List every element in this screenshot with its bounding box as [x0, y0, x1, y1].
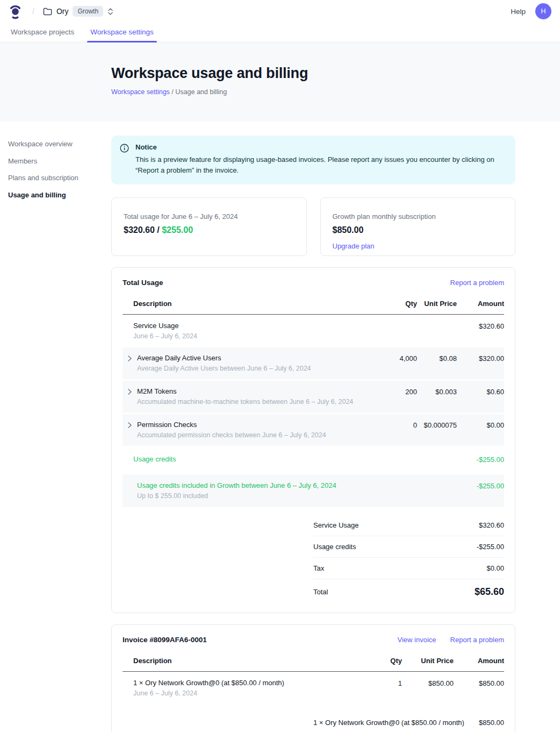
ory-logo-icon[interactable] — [9, 3, 23, 19]
line-item-amount: $320.00 — [457, 354, 504, 363]
credits-detail-title: Usage credits included in Growth between… — [137, 481, 457, 489]
summary-label: 1 × Ory Network Growth@0 (at $850.00 / m… — [313, 719, 464, 727]
line-item-title: Average Daily Active Users — [137, 354, 311, 362]
tab-workspace-settings[interactable]: Workspace settings — [89, 23, 155, 42]
workspace-name: Ory — [56, 7, 69, 16]
row-amount: $320.60 — [457, 322, 504, 330]
total-value: $65.60 — [475, 586, 504, 598]
summary-label: Tax — [313, 564, 324, 572]
report-problem-link[interactable]: Report a problem — [450, 279, 504, 287]
page-title: Workspace usage and billing — [111, 65, 560, 82]
total-usage-label: Total usage for June 6 – July 6, 2024 — [124, 212, 295, 221]
line-item-m2m-tokens[interactable]: M2M Tokens Accumulated machine-to-machin… — [123, 381, 504, 413]
breadcrumb-settings-link[interactable]: Workspace settings — [111, 88, 170, 96]
col-qty: Qty — [365, 300, 417, 308]
credits-amount: -$255.00 — [457, 455, 504, 464]
col-description: Description — [123, 657, 375, 665]
chevron-right-icon — [127, 388, 132, 406]
total-usage-value: $320.60 / $255.00 — [124, 225, 295, 235]
sidebar-item-workspace-overview[interactable]: Workspace overview — [8, 137, 106, 147]
usage-card-title: Total Usage — [123, 279, 163, 287]
subscription-label: Growth plan monthly subscription — [333, 212, 504, 221]
col-description: Description — [123, 300, 365, 308]
sidebar-item-plans-subscription[interactable]: Plans and subscription — [8, 171, 106, 181]
help-link[interactable]: Help — [511, 8, 526, 16]
row-subtitle: June 6 – July 6, 2024 — [133, 332, 365, 340]
line-item-subtitle: Accumulated machine-to-machine tokens be… — [137, 398, 353, 406]
invoice-card: Invoice #8099AFA6-0001 View invoice Repo… — [111, 624, 515, 732]
summary-value: -$255.00 — [477, 543, 504, 551]
line-item-unit-price: $0.003 — [417, 387, 457, 396]
row-title: Service Usage — [133, 322, 365, 330]
col-unit-price: Unit Price — [417, 300, 457, 308]
upgrade-plan-link[interactable]: Upgrade plan — [333, 242, 375, 250]
col-amount: Amount — [457, 300, 504, 308]
total-usage-card: Total usage for June 6 – July 6, 2024 $3… — [111, 197, 307, 256]
info-icon — [120, 144, 129, 176]
usage-credits-detail-row: Usage credits included in Growth between… — [123, 474, 504, 507]
subscription-amount: $850.00 — [333, 225, 504, 235]
folder-icon — [43, 8, 52, 16]
table-header: Description Qty Unit Price Amount — [123, 649, 504, 672]
row-subtitle: June 6 – July 6, 2024 — [133, 690, 375, 697]
summary-value: $0.00 — [486, 564, 504, 572]
settings-sidebar: Workspace overview Members Plans and sub… — [0, 122, 111, 732]
row-unit-price: $850.00 — [402, 679, 454, 687]
breadcrumb-separator: / — [32, 7, 34, 16]
page-header: Workspace usage and billing Workspace se… — [0, 42, 560, 122]
line-item-permission-checks[interactable]: Permission Checks Accumulated permission… — [123, 414, 504, 446]
notice-title: Notice — [135, 143, 505, 151]
row-qty: 1 — [375, 679, 402, 687]
report-problem-link[interactable]: Report a problem — [450, 636, 504, 644]
credits-detail-amount: -$255.00 — [457, 481, 504, 490]
sidebar-item-members[interactable]: Members — [8, 154, 106, 165]
subscription-card: Growth plan monthly subscription $850.00… — [320, 197, 516, 256]
total-label: Total — [313, 588, 328, 596]
line-item-amount: $0.00 — [457, 421, 504, 429]
line-item-qty: 0 — [365, 421, 417, 429]
row-amount: $850.00 — [454, 679, 504, 687]
invoice-card-title: Invoice #8099AFA6-0001 — [123, 636, 207, 644]
invoice-summary: 1 × Ory Network Growth@0 (at $850.00 / m… — [313, 712, 504, 732]
usage-summary: Service Usage$320.60 Usage credits-$255.… — [313, 515, 504, 600]
col-unit-price: Unit Price — [402, 657, 454, 665]
credits-title: Usage credits — [123, 455, 457, 463]
sidebar-item-usage-billing[interactable]: Usage and billing — [8, 188, 106, 198]
usage-invoice-card: Total Usage Report a problem Description… — [111, 267, 515, 613]
tab-workspace-projects[interactable]: Workspace projects — [10, 23, 75, 42]
breadcrumb-current: / Usage and billing — [170, 88, 227, 96]
chevron-right-icon — [127, 355, 132, 372]
line-item-unit-price: $0.08 — [417, 354, 457, 363]
usage-credits-row: Usage credits -$255.00 — [123, 447, 504, 472]
invoice-line-row: 1 × Ory Network Growth@0 (at $850.00 / m… — [123, 672, 504, 705]
line-item-adau[interactable]: Average Daily Active Users Average Daily… — [123, 347, 504, 379]
line-item-unit-price: $0.000075 — [417, 421, 457, 429]
summary-label: Usage credits — [313, 543, 356, 551]
usage-amount: $320.60 — [124, 225, 155, 234]
top-bar: / Ory Growth Help H — [0, 0, 560, 23]
notice-banner: Notice This is a preview feature for dis… — [111, 136, 515, 184]
summary-label: Service Usage — [313, 521, 359, 529]
row-title: 1 × Ory Network Growth@0 (at $850.00 / m… — [133, 679, 375, 687]
user-avatar[interactable]: H — [535, 3, 551, 19]
selector-chevrons-icon — [107, 8, 113, 16]
breadcrumb: Workspace settings / Usage and billing — [111, 88, 560, 96]
view-invoice-link[interactable]: View invoice — [398, 636, 436, 644]
usage-separator: / — [155, 225, 162, 234]
notice-body: This is a preview feature for displaying… — [135, 154, 505, 176]
summary-value: $850.00 — [479, 719, 504, 727]
summary-value: $320.60 — [479, 521, 504, 529]
col-qty: Qty — [375, 657, 402, 665]
credits-detail-subtitle: Up to $ 255.00 included — [137, 492, 457, 500]
line-item-amount: $0.60 — [457, 387, 504, 396]
workspace-selector[interactable]: Ory Growth — [43, 6, 113, 17]
line-item-subtitle: Accumulated permission checks between Ju… — [137, 431, 326, 439]
line-item-qty: 200 — [365, 387, 417, 396]
workspace-tabs: Workspace projects Workspace settings — [0, 23, 560, 42]
line-item-qty: 4,000 — [365, 354, 417, 363]
included-credit-amount: $255.00 — [162, 225, 193, 234]
service-usage-row: Service Usage June 6 – July 6, 2024 $320… — [123, 315, 504, 347]
table-header: Description Qty Unit Price Amount — [123, 292, 504, 315]
col-amount: Amount — [454, 657, 504, 665]
chevron-right-icon — [127, 422, 132, 439]
